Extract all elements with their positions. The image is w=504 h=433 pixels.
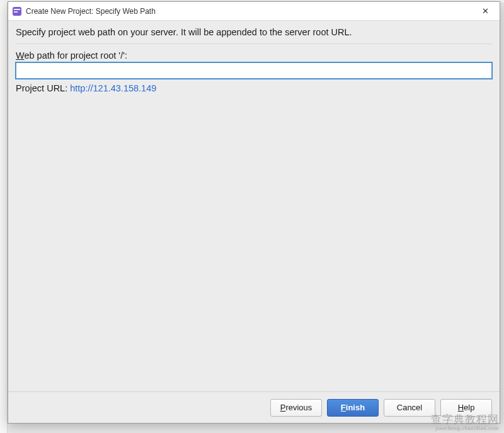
mnemonic-underline: F xyxy=(341,403,346,412)
web-path-input[interactable] xyxy=(16,62,492,79)
app-icon xyxy=(12,6,22,16)
window-title: Create New Project: Specify Web Path xyxy=(26,7,471,16)
svg-rect-1 xyxy=(14,9,20,10)
label-rest: eb path for project root '/': xyxy=(24,50,127,61)
content-spacer xyxy=(16,93,492,385)
button-label: Cancel xyxy=(397,403,422,412)
dialog-content: Specify project web path on your server.… xyxy=(8,21,500,391)
project-url-link[interactable]: http://121.43.158.149 xyxy=(70,83,156,93)
svg-rect-2 xyxy=(14,11,18,13)
titlebar[interactable]: Create New Project: Specify Web Path ✕ xyxy=(8,2,500,21)
mnemonic-underline: W xyxy=(16,50,24,61)
project-url-row: Project URL: http://121.43.158.149 xyxy=(16,83,492,93)
mnemonic-underline: H xyxy=(458,403,464,412)
close-button[interactable]: ✕ xyxy=(471,2,500,21)
finish-button[interactable]: Finish xyxy=(327,399,379,417)
help-button[interactable]: Help xyxy=(440,399,492,417)
divider xyxy=(16,43,492,44)
button-bar: Previous Finish Cancel Help xyxy=(8,391,500,423)
previous-button[interactable]: Previous xyxy=(270,399,322,417)
button-label-rest: elp xyxy=(464,403,474,412)
dialog-window: Create New Project: Specify Web Path ✕ S… xyxy=(8,1,500,424)
instruction-text: Specify project web path on your server.… xyxy=(16,27,492,37)
button-label-rest: revious xyxy=(285,403,312,412)
cancel-button[interactable]: Cancel xyxy=(384,399,435,417)
web-path-label: Web path for project root '/': xyxy=(16,50,492,61)
background-left-strip xyxy=(0,0,8,433)
close-icon: ✕ xyxy=(482,6,489,16)
button-label-rest: inish xyxy=(346,403,365,412)
project-url-label: Project URL: xyxy=(16,83,70,93)
